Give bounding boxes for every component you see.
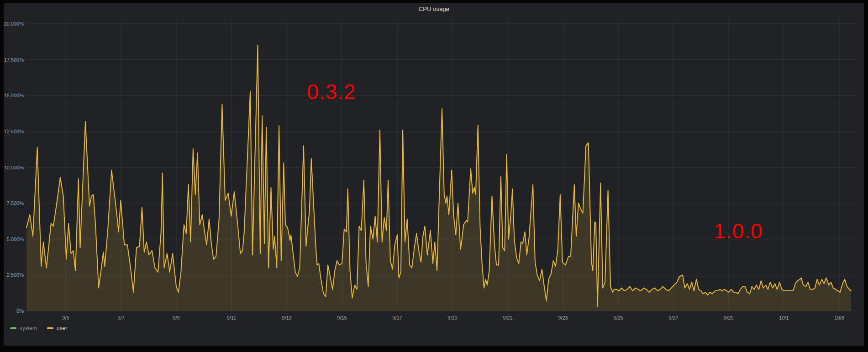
x-axis-tick-label: 9/9	[173, 315, 179, 320]
x-axis-tick-label: 9/21	[503, 315, 512, 320]
x-axis-tick-label: 9/29	[724, 315, 733, 320]
legend: system user	[10, 325, 67, 331]
y-axis-tick-label: 10.000%	[4, 165, 24, 170]
cpu-usage-plot[interactable]: 0%2.500%5.000%7.500%10.000%12.500%15.000…	[0, 0, 868, 352]
x-axis-tick-label: 9/11	[227, 315, 237, 320]
x-axis-tick-label: 9/15	[337, 315, 347, 320]
legend-item-system[interactable]: system	[10, 325, 37, 331]
x-axis-tick-label: 9/23	[558, 315, 568, 320]
y-axis-tick-label: 12.500%	[4, 129, 24, 134]
y-axis-tick-label: 0%	[16, 308, 24, 314]
x-axis-tick-label: 9/5	[62, 315, 69, 320]
legend-item-user[interactable]: user	[47, 325, 67, 331]
y-axis-tick-label: 5.000%	[7, 236, 24, 242]
system-series-color-dash	[10, 327, 16, 329]
y-axis-tick-label: 15.000%	[4, 93, 24, 98]
x-axis-tick-label: 9/17	[392, 315, 402, 320]
version-annotation-0-3-2: 0.3.2	[307, 79, 356, 104]
x-axis-tick-label: 9/27	[668, 315, 678, 320]
y-axis-tick-label: 17.500%	[4, 57, 24, 63]
legend-label-system: system	[20, 325, 37, 331]
x-axis-tick-label: 9/13	[282, 315, 291, 320]
y-axis-tick-label: 20.000%	[4, 21, 24, 26]
legend-label-user: user	[57, 325, 67, 331]
x-axis-tick-label: 9/7	[117, 315, 124, 320]
x-axis-tick-label: 9/25	[613, 315, 623, 320]
y-axis-tick-label: 7.500%	[7, 200, 24, 206]
x-axis-tick-label: 10/1	[779, 315, 789, 320]
user-series-color-dash	[47, 327, 53, 329]
x-axis-tick-label: 9/19	[447, 315, 457, 320]
version-annotation-1-0-0: 1.0.0	[714, 219, 763, 243]
y-axis-tick-label: 2.500%	[7, 272, 24, 278]
user-series-fill	[26, 45, 851, 311]
x-axis-tick-label: 10/3	[834, 315, 844, 320]
grafana-cpu-usage-panel: CPU usage 0%2.500%5.000%7.500%10.000%12.…	[0, 0, 868, 352]
